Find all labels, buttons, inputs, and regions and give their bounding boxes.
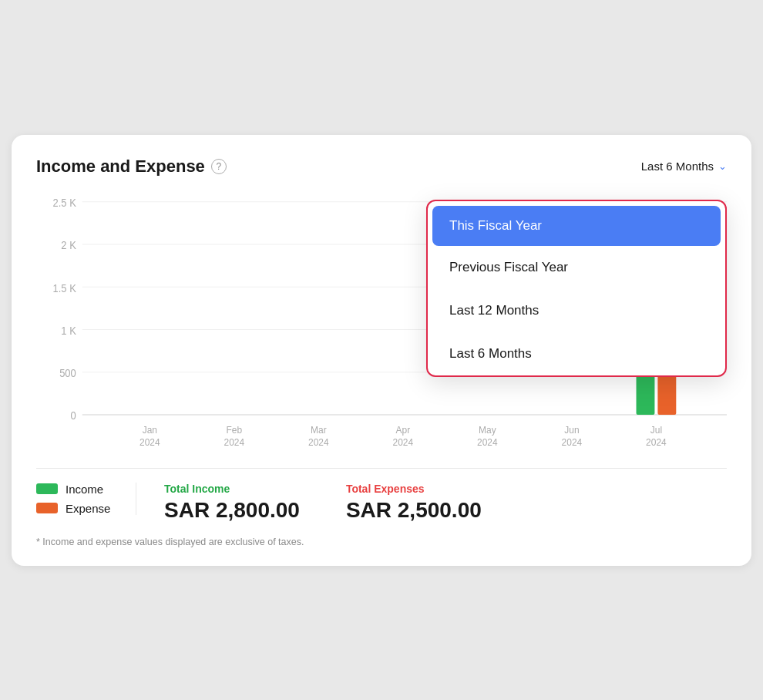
card-title: Income and Expense: [36, 156, 205, 177]
total-income-value: SAR 2,800.00: [164, 498, 300, 523]
svg-text:2024: 2024: [562, 437, 583, 448]
period-dropdown: This Fiscal Year Previous Fiscal Year La…: [426, 200, 727, 377]
help-icon[interactable]: ?: [211, 159, 227, 174]
total-income-label: Total Income: [164, 483, 300, 495]
total-income-block: Total Income SAR 2,800.00: [164, 483, 300, 523]
svg-text:Apr: Apr: [396, 425, 411, 436]
totals-section: Total Income SAR 2,800.00 Total Expenses…: [164, 483, 482, 523]
dropdown-item-this-fiscal-year[interactable]: This Fiscal Year: [432, 206, 721, 246]
total-expense-value: SAR 2,500.00: [346, 498, 482, 523]
svg-text:1.5 K: 1.5 K: [53, 282, 76, 294]
period-dropdown-button[interactable]: Last 6 Months ⌄: [641, 160, 727, 173]
svg-text:Jan: Jan: [143, 425, 157, 436]
total-expense-label: Total Expenses: [346, 483, 482, 495]
expense-swatch: [36, 503, 58, 513]
svg-text:2024: 2024: [477, 437, 498, 448]
dropdown-item-last-12-months[interactable]: Last 12 Months: [428, 289, 725, 332]
svg-text:0: 0: [71, 409, 76, 421]
income-expense-card: Income and Expense ? Last 6 Months ⌄ Thi…: [12, 135, 751, 566]
svg-text:2024: 2024: [646, 437, 667, 448]
footnote: * Income and expense values displayed ar…: [36, 537, 727, 547]
svg-text:Jun: Jun: [564, 425, 579, 436]
income-swatch: [36, 483, 58, 494]
svg-text:Jul: Jul: [650, 425, 662, 436]
svg-text:Feb: Feb: [227, 425, 243, 436]
svg-text:2 K: 2 K: [61, 239, 76, 251]
svg-text:2024: 2024: [393, 437, 414, 448]
legend-label-expense: Expense: [66, 502, 110, 515]
legend: Income Expense: [36, 483, 136, 515]
svg-text:1 K: 1 K: [61, 325, 76, 336]
card-header: Income and Expense ? Last 6 Months ⌄ Thi…: [36, 156, 727, 177]
svg-text:2.5 K: 2.5 K: [53, 197, 76, 208]
legend-label-income: Income: [66, 483, 103, 496]
bottom-section: Income Expense Total Income SAR 2,800.00…: [36, 483, 727, 523]
svg-text:2024: 2024: [139, 437, 160, 448]
svg-text:2024: 2024: [308, 437, 329, 448]
svg-text:500: 500: [59, 367, 76, 379]
dropdown-item-last-6-months[interactable]: Last 6 Months: [428, 332, 725, 375]
dropdown-item-previous-fiscal-year[interactable]: Previous Fiscal Year: [428, 246, 725, 289]
svg-text:May: May: [479, 425, 496, 436]
period-btn-label: Last 6 Months: [641, 160, 714, 173]
svg-text:Mar: Mar: [311, 425, 327, 436]
section-divider: [36, 468, 727, 469]
legend-item-income: Income: [36, 483, 114, 496]
chevron-down-icon: ⌄: [718, 160, 727, 172]
total-expense-block: Total Expenses SAR 2,500.00: [346, 483, 482, 523]
svg-text:2024: 2024: [224, 437, 245, 448]
title-area: Income and Expense ?: [36, 156, 227, 177]
legend-item-expense: Expense: [36, 502, 114, 515]
